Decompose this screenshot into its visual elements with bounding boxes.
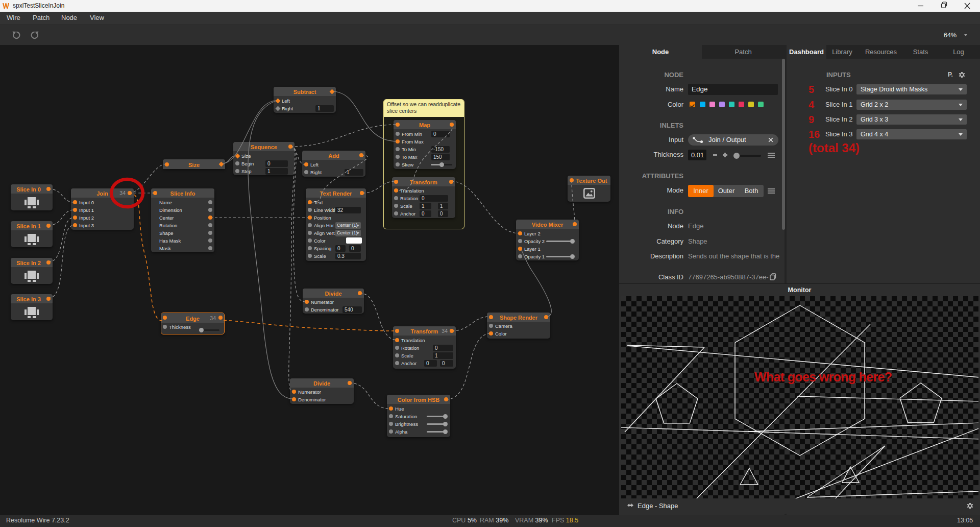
- svg-text:What goes wrong here?: What goes wrong here?: [754, 370, 892, 384]
